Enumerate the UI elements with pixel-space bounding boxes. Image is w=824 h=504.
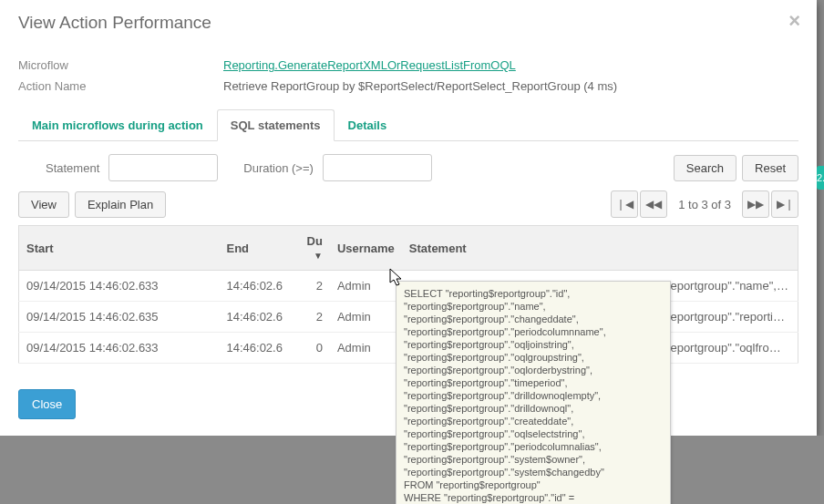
close-icon[interactable]: × [788,9,800,33]
side-tab-fragment[interactable]: 2.0 [817,166,824,190]
col-header-statement[interactable]: Statement [402,226,798,271]
action-name-label: Action Name [18,79,223,93]
col-header-end[interactable]: End [220,226,290,271]
close-button[interactable]: Close [18,389,76,419]
pager-text: 1 to 3 of 3 [678,198,731,211]
tabs: Main microflows during action SQL statem… [18,109,798,141]
tab-sql-statements[interactable]: SQL statements [217,109,335,141]
cell-end: 14:46:02.6 [220,271,290,302]
search-button[interactable]: Search [674,155,736,181]
sort-desc-icon: ▼ [314,251,323,261]
action-name-value: Retrieve ReportGroup by $ReportSelect/Re… [223,79,617,93]
toolbar-row: View Explain Plan ❘◀ ◀◀ 1 to 3 of 3 ▶▶ ▶… [18,190,798,218]
cell-start: 09/14/2015 14:46:02.635 [19,302,220,333]
cell-start: 09/14/2015 14:46:02.633 [19,333,220,364]
statement-tooltip: SELECT "reporting$reportgroup"."id", "re… [396,281,671,436]
modal-title: View Action Performance [18,13,798,33]
cell-duration: 2 [290,302,330,333]
duration-filter-input[interactable] [323,154,432,181]
cell-duration: 2 [290,271,330,302]
reset-button[interactable]: Reset [742,155,798,181]
cell-end: 14:46:02.6 [220,333,290,364]
pager-last-icon[interactable]: ▶❘ [771,190,798,218]
col-header-start[interactable]: Start [19,226,220,271]
pager: ❘◀ ◀◀ 1 to 3 of 3 ▶▶ ▶❘ [611,190,798,218]
tab-main-microflows[interactable]: Main microflows during action [18,109,217,141]
cell-duration: 0 [290,333,330,364]
microflow-link[interactable]: Reporting.GenerateReportXMLOrRequestList… [223,58,516,72]
col-header-duration[interactable]: Du ▼ [290,226,330,271]
statement-filter-label: Statement [46,161,99,175]
tab-details[interactable]: Details [335,109,401,141]
explain-plan-button[interactable]: Explain Plan [75,191,166,218]
action-name-row: Action Name Retrieve ReportGroup by $Rep… [18,79,798,93]
statement-filter-input[interactable] [108,154,218,181]
cell-user: Admin [330,271,402,302]
microflow-row: Microflow Reporting.GenerateReportXMLOrR… [18,58,798,72]
col-header-username[interactable]: Username [330,226,402,271]
pager-first-icon[interactable]: ❘◀ [611,190,638,218]
filter-row: Statement Duration (>=) Search Reset [18,141,798,190]
cell-end: 14:46:02.6 [220,302,290,333]
cell-user: Admin [330,333,402,364]
pager-prev-icon[interactable]: ◀◀ [640,190,667,218]
cell-user: Admin [330,302,402,333]
duration-filter-label: Duration (>=) [243,161,314,175]
cell-start: 09/14/2015 14:46:02.633 [19,271,220,302]
pager-next-icon[interactable]: ▶▶ [742,190,769,218]
microflow-label: Microflow [18,58,223,72]
view-button[interactable]: View [18,191,69,218]
